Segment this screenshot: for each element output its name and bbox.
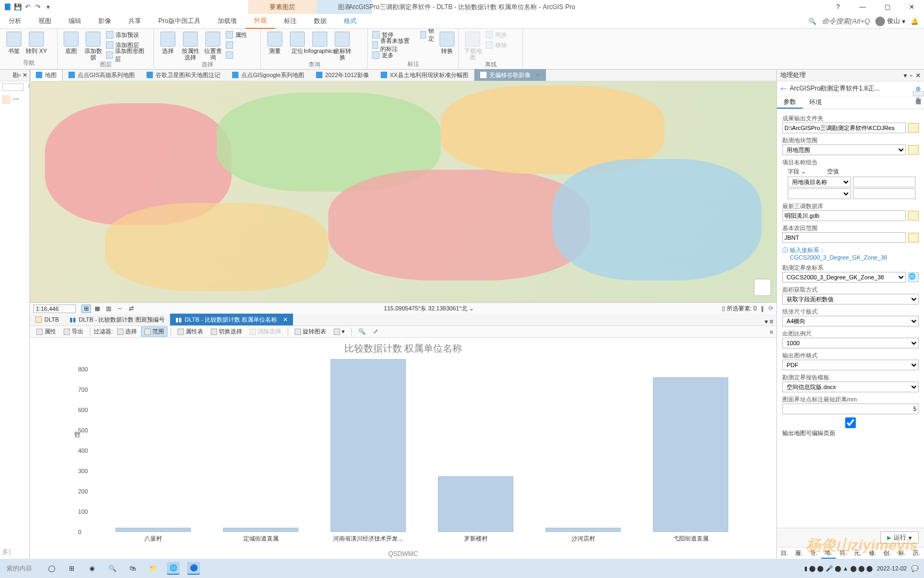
add-graphics-button[interactable]: 添加图形图层 [105,50,150,60]
db-input[interactable] [782,210,906,221]
tool-3-icon[interactable]: ▥ [104,305,113,313]
crs-out-select[interactable]: CGCS2000_3_Degree_GK_Zone_38 [782,272,906,283]
edit-checkbox[interactable] [782,417,919,428]
ctb-menu[interactable]: ≡ [770,329,773,335]
menu-pro-cn[interactable]: Pro版中国工具 [150,14,209,29]
cat-8[interactable]: 标. [895,547,910,559]
gp-help-icon[interactable]: ? [912,96,924,109]
scale-select[interactable]: 1000 [782,338,919,348]
add-data-button[interactable]: 添加数据 [83,30,104,60]
tb-taskview-icon[interactable]: ⊞ [65,562,78,575]
tb-explorer-icon[interactable]: 📁 [147,562,159,575]
browse-icon-2[interactable] [908,145,919,155]
tb-store-icon[interactable]: 🛍 [126,562,139,575]
menu-addin[interactable]: 加载项 [209,14,245,29]
area-select[interactable]: 获取字段面积数值 [782,294,919,305]
cat-5[interactable]: 元. [851,547,866,559]
cat-1[interactable]: 履. [792,547,807,559]
bar-2[interactable] [330,359,406,532]
clear-sel-button[interactable] [225,40,248,50]
context-tab-chart[interactable]: 图表 [317,0,372,14]
ctb-full[interactable]: ⤢ [370,327,381,336]
qat-more-icon[interactable]: ▾ [44,3,52,11]
add-preset-button[interactable]: 添加预设 [105,30,150,40]
grid-tool-icon[interactable]: ▦ [93,305,102,313]
gp-tab-params[interactable]: 参数 [777,96,803,109]
menu-analysis[interactable]: 分析 [0,14,30,29]
ctb-select[interactable]: 选择 [114,326,140,337]
close-chart-tab-icon[interactable]: ✕ [283,316,288,323]
label-lock-button[interactable]: 锁定 [419,30,437,40]
select-by-attr-button[interactable]: 按属性选择 [180,30,201,60]
left-pane-tab[interactable]: 勘 ▫ ✕ [0,70,29,81]
minimize-icon[interactable]: — [850,0,875,14]
cat-0[interactable]: 目. [777,547,792,559]
tmpl-select[interactable]: 空间信息院版.docx [782,382,919,392]
select-by-loc-button[interactable]: 位置查询 [202,30,224,60]
map-canvas[interactable] [30,81,776,302]
menu-view[interactable]: 视图 [30,14,60,29]
chart-canvas[interactable]: 比较数据计数 权属单位名称 计数 QSDWMC 0100200300400500… [30,338,776,559]
left-btn-2[interactable]: ⋯ [13,95,19,104]
tb-arcgis-icon[interactable]: 🔵 [187,562,200,575]
tool-5-icon[interactable]: ⇄ [126,305,136,313]
tool-4-icon[interactable]: ↔ [115,304,125,313]
maximize-icon[interactable]: ▢ [875,0,899,14]
paper-select[interactable]: A4横向 [782,316,919,326]
menu-edit[interactable]: 编辑 [60,14,90,29]
fmt-select[interactable]: PDF [782,360,919,370]
cat-7[interactable]: 创. [880,547,895,559]
ctb-axis[interactable]: ▾ [330,327,348,336]
goto-xy-button[interactable]: 转到 XY [26,30,47,54]
taskbar-search-text[interactable]: 索的内容 [0,564,38,573]
infographics-button[interactable]: Infographics [309,30,330,54]
left-search-input[interactable] [2,83,24,91]
help-icon[interactable]: ? [826,0,850,14]
menu-label[interactable]: 标注 [275,14,305,29]
bottom-tab-1[interactable]: ▮▮DLTB - 比较数据计数 图斑预编号 [64,314,170,325]
bar-0[interactable] [116,528,191,532]
refresh-icon[interactable]: ⟳ [768,305,773,312]
label-more-button[interactable]: 更多 [371,50,416,60]
label-convert-button[interactable]: 转换 [438,30,455,54]
dist-input[interactable] [782,404,919,414]
cat-9[interactable]: 历. [910,547,925,559]
browse-icon-4[interactable] [908,233,919,242]
notifications-icon[interactable]: 🔔 [911,18,919,25]
compass-icon[interactable] [754,279,771,296]
cat-2[interactable]: 导. [806,547,821,559]
bookmarks-button[interactable]: 书签 [3,30,25,54]
bar-5[interactable] [653,377,728,532]
combo-empty-input[interactable] [853,177,916,187]
view-unplaced-button[interactable]: 查看未放置的标注 [371,40,416,50]
ctb-switchsel[interactable]: 切换选择 [207,326,245,337]
panel-menu-icon[interactable]: ▾ ≡ [761,318,776,325]
attrs-button[interactable]: 属性 [225,30,248,40]
close-icon[interactable]: ✕ [899,0,924,14]
measure-button[interactable]: 测量 [264,30,286,54]
sel-opts-button[interactable] [225,50,248,60]
map-tab-5[interactable]: XX县土地利用现状标准分幅图 [375,69,474,81]
tb-start-icon[interactable]: ◯ [45,562,58,575]
tray-notif-icon[interactable]: 💬 [911,565,919,572]
run-button[interactable]: 运行 ▾ [880,531,919,544]
ctb-export[interactable]: 导出 [60,326,87,337]
gp-back-icon[interactable]: 🡠 [780,85,787,93]
bottom-tab-0[interactable]: DLTB [30,314,64,325]
combo-field-select-2[interactable] [788,188,851,199]
tb-search-icon[interactable]: 🔍 [106,562,119,575]
combo-field-select[interactable]: 用地项目名称 [788,177,851,187]
map-tab-6[interactable]: 无偏移谷歌影像✕ [474,69,546,81]
side-task-tab[interactable]: 创建任务 [913,91,924,96]
basemap-button[interactable]: 底图 [61,30,82,54]
pause-draw-icon[interactable]: ‖ [761,305,764,312]
tb-chrome-icon[interactable]: 🌐 [167,562,180,575]
map-tab-0[interactable]: 地图 [30,69,63,81]
snap-tool-icon[interactable]: ⊞ [81,305,91,313]
map-tab-2[interactable]: 谷歌卫星图和天地图注记 [141,69,226,81]
redo-icon[interactable]: ↷ [34,3,42,11]
tb-cortana-icon[interactable]: ◉ [86,562,98,575]
ctb-range[interactable]: 范围 [141,326,167,337]
undo-icon[interactable]: ↶ [24,3,32,11]
download-map-button[interactable]: 下载地图 [462,30,483,60]
